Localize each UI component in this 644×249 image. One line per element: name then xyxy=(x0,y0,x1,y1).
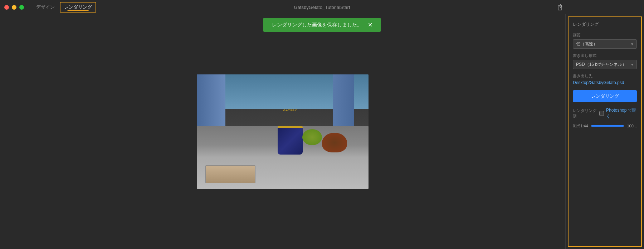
panel-inner: レンダリング 画質 低（高速） 中 高 最高 ▼ 書き出し形式 PSD（16 b… xyxy=(568,16,642,247)
quality-label: 画質 xyxy=(573,33,637,38)
output-path[interactable]: Desktop/GatsbyGelato.psd xyxy=(573,80,637,85)
panel-title: レンダリング xyxy=(573,21,637,28)
fullscreen-button[interactable] xyxy=(19,5,24,10)
tab-design[interactable]: デザイン xyxy=(33,3,58,12)
format-select[interactable]: PSD（16 bit/チャンネル） JPEG PNG TIFF xyxy=(573,60,637,69)
open-in-label: レンダリング済 xyxy=(573,108,597,119)
scene-bucket-text: GATSBY xyxy=(278,109,303,112)
titlebar: デザイン レンダリング GatsbyGelato_TutorialStart xyxy=(0,0,644,14)
progress-percent: 100... xyxy=(627,124,637,128)
window-title: GatsbyGelato_TutorialStart xyxy=(294,5,350,10)
canvas-area: GATSBY xyxy=(0,14,565,249)
main-area: GATSBY レンダリング 画質 低（高速） 中 高 最高 ▼ 書き出し形式 xyxy=(0,14,644,249)
format-select-wrap: PSD（16 bit/チャンネル） JPEG PNG TIFF ▼ xyxy=(573,60,637,69)
right-panel: レンダリング 画質 低（高速） 中 高 最高 ▼ 書き出し形式 PSD（16 b… xyxy=(565,14,644,249)
quality-select[interactable]: 低（高速） 中 高 最高 xyxy=(573,39,637,49)
notification-close-button[interactable]: ✕ xyxy=(368,21,372,28)
minimize-button[interactable] xyxy=(12,5,16,10)
quality-select-wrap: 低（高速） 中 高 最高 ▼ xyxy=(573,39,637,49)
open-in-checkbox[interactable] xyxy=(599,111,604,116)
rendered-image: GATSBY xyxy=(197,74,369,189)
progress-bar-wrap xyxy=(591,125,624,127)
output-label: 書き出し先 xyxy=(573,73,637,79)
close-button[interactable] xyxy=(4,5,9,10)
traffic-lights xyxy=(4,5,24,10)
render-button[interactable]: レンダリング xyxy=(573,90,637,102)
scene-bucket xyxy=(278,126,303,155)
format-label: 書き出し形式 xyxy=(573,53,637,58)
svg-rect-0 xyxy=(558,6,562,10)
tab-render[interactable]: レンダリング xyxy=(60,2,96,13)
share-icon[interactable] xyxy=(557,4,565,13)
notification-banner: レンダリングした画像を保存しました。 ✕ xyxy=(263,18,381,32)
open-in-row: レンダリング済 Photoshop で開く xyxy=(573,107,637,119)
progress-row: 01:51:44 100... xyxy=(573,124,637,128)
open-in-app-label[interactable]: Photoshop で開く xyxy=(606,107,637,119)
scene-grapes-red xyxy=(322,133,347,152)
progress-time: 01:51:44 xyxy=(573,124,588,128)
notification-message: レンダリングした画像を保存しました。 xyxy=(272,22,362,28)
scene-drawer xyxy=(205,165,255,183)
progress-bar-fill xyxy=(591,125,624,127)
